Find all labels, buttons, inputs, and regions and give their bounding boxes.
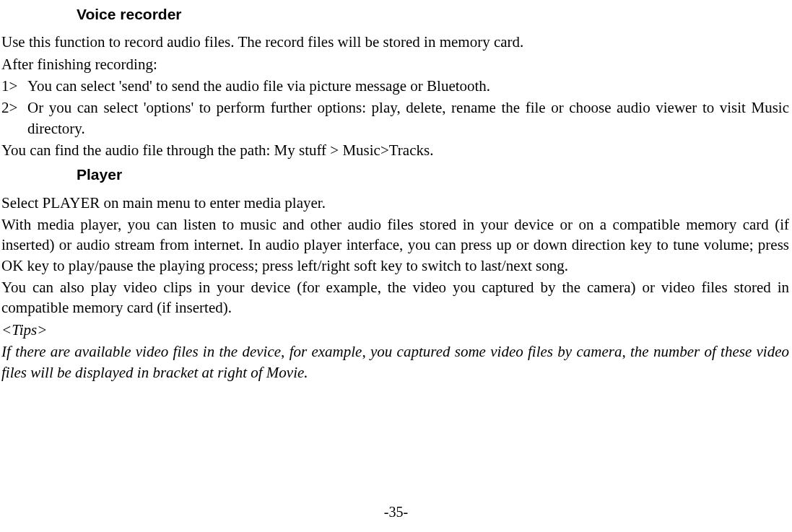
list-marker: 1> [1,76,27,96]
tips-label: <Tips> [1,320,789,340]
vr-intro: Use this function to record audio files.… [1,32,789,52]
player-select: Select PLAYER on main menu to enter medi… [1,193,789,213]
vr-after: After finishing recording: [1,54,789,74]
heading-voice-recorder: Voice recorder [77,4,789,25]
heading-player: Player [77,165,789,185]
list-body: Or you can select 'options' to perform f… [27,97,789,139]
player-video: You can also play video clips in your de… [1,277,789,318]
vr-list: 1> You can select 'send' to send the aud… [1,76,789,139]
list-item: 1> You can select 'send' to send the aud… [1,76,789,96]
page-number: -35- [0,502,792,522]
list-body: You can select 'send' to send the audio … [27,76,789,96]
list-item: 2> Or you can select 'options' to perfor… [1,97,789,139]
list-marker: 2> [1,97,27,139]
vr-path: You can find the audio file through the … [1,140,789,160]
player-media: With media player, you can listen to mus… [1,214,789,276]
tips-body: If there are available video files in th… [1,341,789,383]
